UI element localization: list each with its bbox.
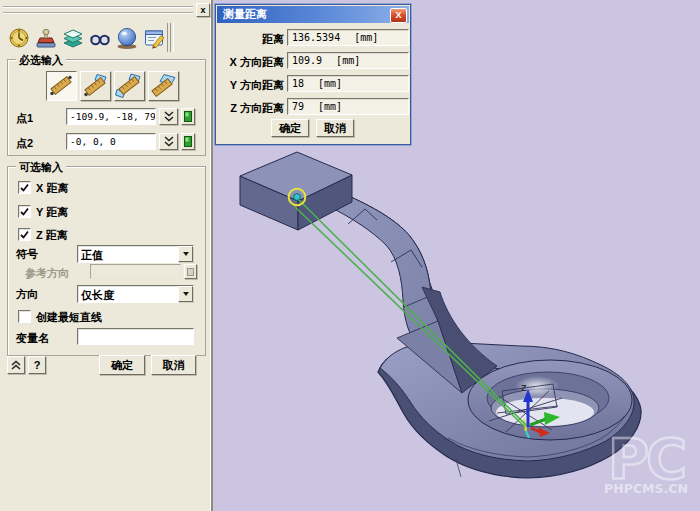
symbol-selected-value: 正值: [78, 246, 178, 262]
layers-icon[interactable]: [59, 23, 87, 52]
measure-mode-point-to-object-button[interactable]: [80, 71, 111, 101]
watermark-text: PHPCMS.CN: [604, 481, 688, 496]
z-distance-result-label: Z 方向距离: [222, 101, 284, 116]
create-shortest-line-label: 创建最短直线: [36, 310, 102, 325]
dialog-title: 测量距离: [223, 8, 267, 20]
stamp-icon[interactable]: [32, 23, 60, 52]
point1-input[interactable]: -109.9, -18, 79: [66, 108, 156, 125]
create-shortest-line-checkbox[interactable]: [18, 310, 31, 323]
x-distance-unit: [mm]: [336, 55, 360, 66]
x-distance-checkbox[interactable]: [18, 181, 31, 194]
distance-field: 136.5394 [mm]: [287, 29, 409, 46]
z-distance-checkbox[interactable]: [18, 228, 31, 241]
group-label: 必选输入: [16, 53, 66, 68]
measure-mode-object-to-object-button[interactable]: [114, 71, 145, 101]
measure-mode-point-to-point-button[interactable]: [46, 71, 77, 101]
panel-grip: [3, 6, 193, 7]
point1-options-button[interactable]: [159, 108, 178, 125]
group-label: 可选输入: [16, 160, 66, 175]
z-distance-value: 79: [288, 101, 304, 112]
dialog-titlebar[interactable]: 测量距离: [217, 6, 409, 23]
z-distance-label: Z 距离: [36, 228, 68, 243]
dialog-ok-button[interactable]: 确定: [271, 119, 309, 137]
measure-mode-point-to-plane-button[interactable]: [148, 71, 179, 101]
watermark: PC PHPCMS.CN: [604, 426, 688, 496]
panel-cancel-button[interactable]: 取消: [151, 355, 196, 375]
dialog-close-button[interactable]: X: [390, 8, 407, 23]
y-distance-result-label: Y 方向距离: [222, 78, 284, 93]
edit-note-icon[interactable]: [140, 23, 168, 52]
symbol-dropdown-arrow[interactable]: [178, 246, 193, 262]
symbol-dropdown[interactable]: 正值: [77, 245, 194, 263]
x-distance-label: X 距离: [36, 181, 68, 196]
direction-dropdown[interactable]: 仅长度: [77, 285, 194, 303]
panel-ok-button[interactable]: 确定: [99, 355, 145, 375]
x-distance-result-field: 109.9 [mm]: [287, 52, 409, 69]
distance-value: 136.5394: [288, 32, 340, 43]
point2-label: 点2: [16, 136, 33, 151]
z-distance-unit: [mm]: [318, 101, 342, 112]
x-distance-value: 109.9: [288, 55, 322, 66]
collapse-panel-button[interactable]: [7, 356, 25, 374]
z-axis-label: Z: [521, 383, 527, 393]
y-distance-checkbox[interactable]: [18, 205, 31, 218]
toolbar-separator: [170, 23, 174, 52]
direction-dropdown-arrow[interactable]: [178, 286, 193, 302]
glasses-icon[interactable]: [86, 23, 114, 52]
help-button[interactable]: ?: [28, 356, 46, 374]
dialog-cancel-button[interactable]: 取消: [316, 119, 354, 137]
point2-input[interactable]: -0, 0, 0: [66, 133, 156, 150]
symbol-label: 符号: [16, 247, 38, 262]
direction-label: 方向: [16, 287, 38, 302]
panel-close-button[interactable]: x: [196, 3, 210, 17]
panel-grip: [3, 12, 193, 13]
point1-label: 点1: [16, 111, 33, 126]
measure-distance-dialog: 测量距离 X 距离 136.5394 [mm] X 方向距离 109.9 [mm…: [215, 4, 411, 145]
distance-unit: [mm]: [354, 32, 378, 43]
clock-icon[interactable]: [5, 23, 33, 52]
sphere-icon[interactable]: [113, 23, 141, 52]
y-distance-unit: [mm]: [318, 78, 342, 89]
point2-options-button[interactable]: [159, 133, 178, 150]
y-distance-value: 18: [288, 78, 304, 89]
app-window: Z PC PHPCMS.CN x: [0, 0, 700, 511]
x-distance-result-label: X 方向距离: [222, 55, 284, 70]
reference-direction-picker-button: [184, 264, 197, 279]
variable-name-input[interactable]: [77, 328, 194, 345]
y-distance-label: Y 距离: [36, 205, 68, 220]
direction-selected-value: 仅长度: [78, 286, 178, 302]
z-distance-result-field: 79 [mm]: [287, 98, 409, 115]
reference-direction-input: [90, 264, 181, 279]
reference-direction-label: 参考方向: [25, 266, 69, 281]
y-distance-result-field: 18 [mm]: [287, 75, 409, 92]
measure-tool-panel: x: [0, 0, 213, 511]
variable-name-label: 变量名: [16, 331, 49, 346]
point2-constructor-button[interactable]: [181, 133, 195, 150]
point1-constructor-button[interactable]: [181, 108, 195, 125]
distance-label: 距离: [222, 32, 284, 47]
